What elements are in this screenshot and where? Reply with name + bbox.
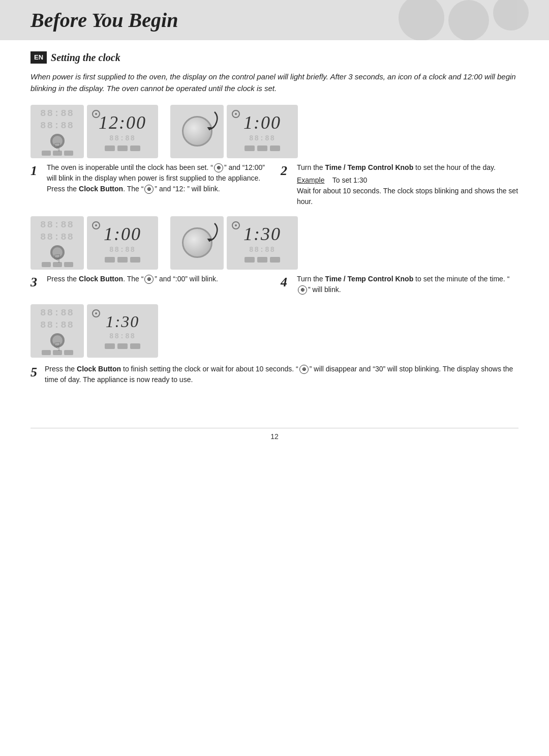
display-panel-5: 1:30 88:88 (87, 304, 158, 358)
knob-panel-4 (170, 216, 224, 270)
display-time-4: 1:30 (243, 223, 281, 245)
clock-icon-2 (232, 110, 240, 118)
intro-paragraph: When power is first supplied to the oven… (30, 71, 518, 95)
step2-number: 2 (281, 163, 295, 179)
display-sub-3: 88:88 (109, 246, 136, 254)
page-number: 12 (0, 432, 549, 449)
step2-block: 2 Turn the Time / Temp Control Knob to s… (281, 162, 518, 207)
display-time-5: 1:30 (106, 312, 140, 331)
display-sub-2: 88:88 (249, 134, 276, 142)
display-panel-1: 12:00 88:88 (87, 105, 158, 158)
example-label: Example (297, 176, 324, 184)
display-panel-3: 1:00 88:88 (87, 216, 158, 270)
clock-icon-5 (92, 309, 100, 317)
step4-block: 4 Turn the Time / Temp Control Knob to s… (281, 274, 518, 295)
oven-panel-1: 88:8888:88 ☟ (30, 105, 84, 158)
step5-number: 5 (30, 365, 45, 380)
display-panel-2: 1:00 88:88 (227, 105, 298, 158)
clock-icon-3 (92, 221, 100, 229)
step3-number: 3 (30, 275, 45, 290)
display-time-1: 12:00 (99, 112, 146, 133)
step3-block: 3 Press the Clock Button. The “⊕” and “:… (30, 274, 268, 295)
example-value: To set 1:30 (332, 176, 368, 184)
display-panel-4: 1:30 88:88 (227, 216, 298, 270)
clock-icon-4 (232, 221, 240, 229)
display-sub-5: 88:88 (109, 332, 136, 340)
step1-block: 1 The oven is inoperable until the clock… (30, 162, 268, 207)
step4-diagrams: 1:30 88:88 (170, 216, 298, 270)
step2-diagrams: 1:00 88:88 (170, 105, 298, 158)
oven-panel-3: 88:8888:88 ☟ (30, 216, 84, 270)
step3-text: Press the Clock Button. The “⊕” and “:00… (47, 274, 268, 284)
rotation-arrow-2 (202, 109, 219, 132)
step4-number: 4 (281, 275, 295, 290)
step3-diagrams: 88:8888:88 ☟ 1:00 88:88 (30, 216, 158, 270)
page-title: Before You Begin (30, 8, 518, 32)
step1-number: 1 (30, 163, 45, 179)
step5-text: Press the Clock Button to finish setting… (45, 364, 518, 385)
display-sub-1: 88:88 (109, 134, 136, 142)
step2-text: Turn the Time / Temp Control Knob to set… (297, 162, 518, 207)
step1-diagrams: 88:8888:88 ☟ 12:00 88:88 (30, 105, 158, 158)
step5-diagrams: 88:8888:88 ☟ 1:30 88:88 (30, 304, 158, 358)
step4-text: Turn the Time / Temp Control Knob to set… (297, 274, 518, 295)
step5-block: 5 Press the Clock Button to finish setti… (30, 364, 518, 385)
hand-icon-3: ☟ (54, 252, 60, 266)
display-time-2: 1:00 (243, 112, 281, 133)
oven-panel-5: 88:8888:88 ☟ (30, 304, 84, 358)
clock-icon-1 (92, 110, 100, 118)
section-title: Setting the clock (51, 52, 120, 64)
knob-panel-2 (170, 105, 224, 158)
en-badge: EN (30, 51, 47, 64)
rotation-arrow-4 (202, 220, 219, 243)
hand-icon-1: ☟ (54, 141, 60, 154)
hand-icon-5: ☟ (54, 340, 60, 354)
display-sub-4: 88:88 (249, 246, 276, 254)
step1-text: The oven is inoperable until the clock h… (47, 162, 268, 194)
page-divider (30, 428, 518, 428)
display-time-3: 1:00 (104, 223, 141, 245)
